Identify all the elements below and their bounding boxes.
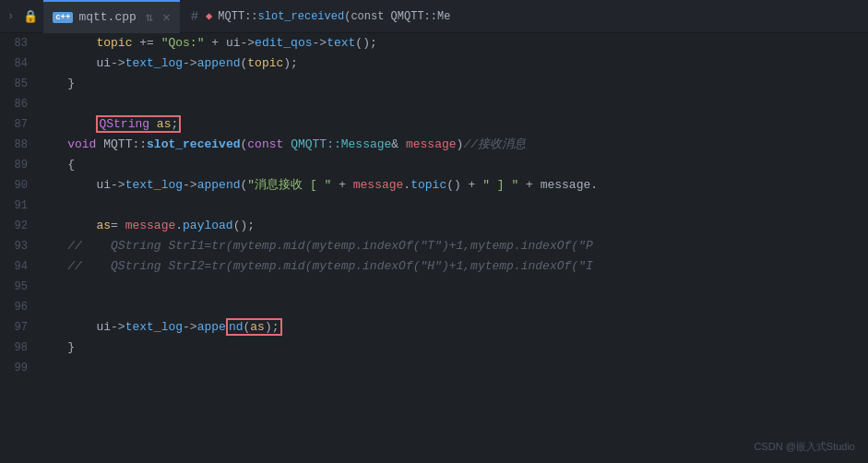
line-number: 86 xyxy=(0,98,39,111)
code-line-95: 95 xyxy=(0,277,868,297)
code-line-83: 83 topic += "Qos:" + ui->edit_qos->text(… xyxy=(0,33,868,53)
code-line-93: 93 // QString StrI1=tr(mytemp.mid(mytemp… xyxy=(0,236,868,256)
tab-arrows-icon[interactable]: ⇅ xyxy=(146,9,153,25)
code-line-98: 98 } xyxy=(0,338,868,358)
diamond-icon: ◆ xyxy=(206,9,212,23)
line-number: 91 xyxy=(0,199,39,212)
tab-close-button[interactable]: ✕ xyxy=(162,9,170,25)
line-content: void MQTT::slot_received(const QMQTT::Me… xyxy=(39,135,868,155)
line-number: 95 xyxy=(0,280,39,293)
line-number: 87 xyxy=(0,118,39,131)
code-line-85: 85 } xyxy=(0,74,868,94)
code-line-91: 91 xyxy=(0,196,868,216)
cpp-badge: c++ xyxy=(53,12,73,23)
code-line-92: 92 as= message.payload(); xyxy=(0,216,868,236)
function-breadcrumb: MQTT::slot_received(const QMQTT::Me xyxy=(218,10,450,23)
line-content: ui->text_log->append(as); xyxy=(39,317,868,338)
line-content: topic += "Qos:" + ui->edit_qos->text(); xyxy=(39,33,868,53)
line-content: ui->text_log->append(topic); xyxy=(39,53,868,74)
code-line-87: 87 QString as; xyxy=(0,114,868,135)
line-content: QString as; xyxy=(39,114,868,135)
line-content: } xyxy=(39,338,868,358)
toolbar: › 🔒 c++ mqtt.cpp ⇅ ✕ # ◆ MQTT::slot_rece… xyxy=(0,0,868,33)
tab-filename: mqtt.cpp xyxy=(78,10,136,24)
code-line-88: 88 void MQTT::slot_received(const QMQTT:… xyxy=(0,135,868,155)
code-line-86: 86 xyxy=(0,94,868,114)
line-number: 85 xyxy=(0,77,39,90)
line-number: 94 xyxy=(0,260,39,273)
line-number: 97 xyxy=(0,321,39,334)
line-number: 89 xyxy=(0,159,39,172)
line-content: // QString StrI1=tr(mytemp.mid(mytemp.in… xyxy=(39,236,868,256)
line-content: ui->text_log->append("消息接收 [ " + message… xyxy=(39,175,868,196)
line-content: // QString StrI2=tr(mytemp.mid(mytemp.in… xyxy=(39,256,868,277)
highlight-append: nd(as); xyxy=(226,318,282,336)
line-content: } xyxy=(39,74,868,94)
code-line-94: 94 // QString StrI2=tr(mytemp.mid(mytemp… xyxy=(0,256,868,277)
code-line-89: 89 { xyxy=(0,155,868,175)
line-number: 93 xyxy=(0,240,39,253)
hash-icon: # xyxy=(191,9,198,24)
line-number: 99 xyxy=(0,362,39,374)
line-content: { xyxy=(39,155,868,175)
code-editor: 83 topic += "Qos:" + ui->edit_qos->text(… xyxy=(0,33,868,463)
code-line-99: 99 xyxy=(0,358,868,378)
line-number: 92 xyxy=(0,220,39,232)
code-line-96: 96 xyxy=(0,297,868,317)
line-number: 83 xyxy=(0,37,39,50)
line-number: 88 xyxy=(0,138,39,151)
file-tab[interactable]: c++ mqtt.cpp ⇅ ✕ xyxy=(43,0,180,33)
code-line-97: 97 ui->text_log->append(as); xyxy=(0,317,868,338)
lock-icon: 🔒 xyxy=(21,9,40,24)
highlight-qstring: QString as; xyxy=(96,115,181,133)
collapse-arrow[interactable]: › xyxy=(4,10,18,23)
line-content: as= message.payload(); xyxy=(39,216,868,236)
line-number: 90 xyxy=(0,179,39,192)
line-number: 84 xyxy=(0,57,39,70)
code-line-90: 90 ui->text_log->append("消息接收 [ " + mess… xyxy=(0,175,868,196)
code-line-84: 84 ui->text_log->append(topic); xyxy=(0,53,868,74)
line-number: 98 xyxy=(0,341,39,354)
line-number: 96 xyxy=(0,301,39,314)
